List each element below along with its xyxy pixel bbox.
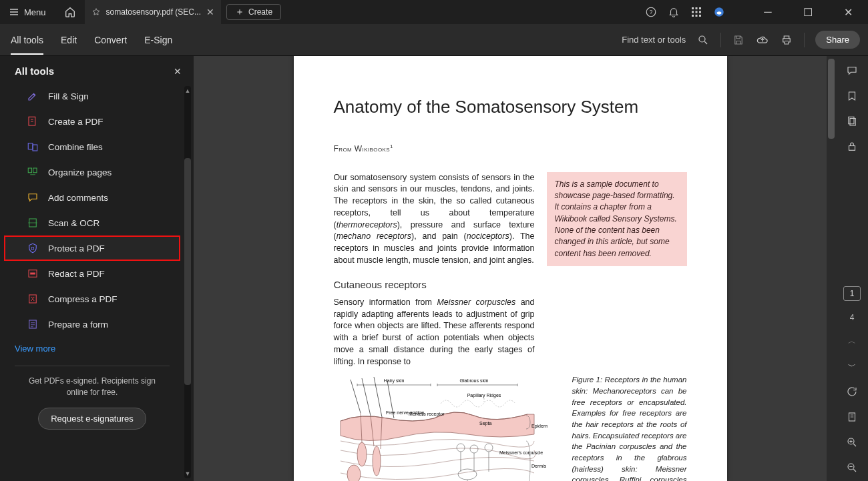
- rotate-icon[interactable]: [845, 385, 859, 398]
- label-hairy: Hairy skin: [383, 378, 404, 384]
- view-more-link[interactable]: View more: [0, 337, 184, 356]
- svg-point-36: [458, 469, 477, 480]
- tab-all-tools[interactable]: All tools: [11, 25, 43, 55]
- share-button[interactable]: Share: [815, 31, 860, 49]
- all-tools-panel: All tools ✕ Fill & SignCreate a PDFCombi…: [0, 56, 194, 481]
- main-scroll-thumb[interactable]: [828, 59, 835, 139]
- tool-item-combine[interactable]: Combine files: [4, 134, 180, 159]
- label-papillary: Papillary Ridges: [467, 393, 501, 398]
- tool-item-form[interactable]: Prepare a form: [4, 312, 180, 337]
- window-minimize-button[interactable]: ─: [753, 2, 783, 22]
- svg-point-32: [347, 465, 361, 481]
- sidebar-scrollbar[interactable]: ▲ ▼: [184, 86, 191, 478]
- sidebar-title: All tools: [15, 65, 54, 77]
- scroll-down-icon[interactable]: ▼: [184, 469, 191, 478]
- page-fit-icon[interactable]: [845, 410, 859, 424]
- create-pdf-icon: [27, 115, 39, 127]
- tool-item-create-pdf[interactable]: Create a PDF: [4, 109, 180, 134]
- pdf-page: Anatomy of the Somatosensory System From…: [294, 56, 727, 481]
- svg-rect-9: [696, 15, 698, 17]
- svg-point-31: [373, 446, 381, 476]
- svg-rect-37: [849, 117, 854, 124]
- tool-item-organize[interactable]: Organize pages: [4, 159, 180, 185]
- tool-item-label: Compress a PDF: [48, 294, 118, 304]
- zoom-in-icon[interactable]: [845, 436, 859, 449]
- paragraph-2: Sensory information from Meissner corpus…: [334, 297, 535, 368]
- total-pages: 4: [850, 313, 855, 322]
- comments-panel-icon[interactable]: [845, 64, 859, 77]
- window-maximize-button[interactable]: ☐: [793, 2, 823, 22]
- tool-item-label: Create a PDF: [48, 117, 103, 127]
- divider: [15, 366, 170, 366]
- tab-convert[interactable]: Convert: [94, 25, 127, 55]
- section-heading: Cutaneous receptors: [334, 278, 535, 292]
- tool-item-label: Scan & OCR: [48, 218, 99, 228]
- tool-item-redact[interactable]: Redact a PDF: [4, 261, 180, 286]
- tool-item-compress[interactable]: Compress a PDF: [4, 286, 180, 312]
- svg-rect-10: [699, 15, 701, 17]
- svg-rect-4: [699, 7, 701, 9]
- pages-panel-icon[interactable]: [845, 115, 859, 128]
- window-close-button[interactable]: ✕: [833, 2, 863, 22]
- scroll-up-icon[interactable]: ▲: [184, 86, 191, 95]
- organize-icon: [27, 166, 39, 178]
- lock-icon[interactable]: [845, 140, 859, 153]
- main-scrollbar[interactable]: [827, 56, 836, 481]
- profile-icon[interactable]: [713, 6, 725, 18]
- search-icon[interactable]: [696, 33, 710, 47]
- shield-icon: [27, 242, 39, 254]
- document-viewer[interactable]: Anatomy of the Somatosensory System From…: [194, 56, 827, 481]
- label-epidermis: Epidermis: [531, 424, 548, 429]
- tab-esign[interactable]: E-Sign: [144, 25, 172, 55]
- apps-grid-icon[interactable]: [690, 6, 702, 18]
- document-tab[interactable]: somatosensory.pdf (SEC... ✕: [85, 0, 222, 24]
- tab-close-button[interactable]: ✕: [206, 7, 214, 17]
- bookmarks-panel-icon[interactable]: [845, 89, 859, 103]
- tool-item-comment[interactable]: Add comments: [4, 185, 180, 210]
- find-text-label[interactable]: Find text or tools: [622, 35, 686, 45]
- tool-item-scan[interactable]: Scan & OCR: [4, 210, 180, 235]
- svg-rect-15: [33, 145, 37, 151]
- sidebar-close-button[interactable]: ✕: [174, 66, 182, 77]
- current-page-badge[interactable]: 1: [843, 286, 861, 301]
- comment-icon: [27, 191, 39, 203]
- home-button[interactable]: [55, 0, 85, 24]
- svg-rect-7: [699, 11, 701, 13]
- sidebar-scroll-thumb[interactable]: [184, 158, 191, 385]
- label-glabrous: Glabrous skin: [459, 378, 488, 383]
- star-icon: [91, 7, 101, 17]
- zoom-out-icon[interactable]: [845, 461, 859, 474]
- pen-icon: [27, 90, 39, 102]
- svg-point-35: [485, 444, 493, 452]
- svg-text:?: ?: [650, 9, 653, 15]
- combine-icon: [27, 141, 39, 153]
- plus-icon: ＋: [235, 6, 244, 18]
- svg-point-33: [457, 444, 465, 452]
- tool-item-label: Prepare a form: [48, 320, 108, 330]
- page-up-button[interactable]: ︿: [845, 334, 859, 348]
- request-esignatures-button[interactable]: Request e-signatures: [38, 408, 146, 430]
- label-septa: Septa: [479, 421, 491, 426]
- create-button[interactable]: ＋ Create: [226, 4, 281, 20]
- save-icon[interactable]: [732, 33, 745, 47]
- create-label: Create: [248, 7, 272, 17]
- page-down-button[interactable]: ﹀: [845, 360, 859, 373]
- svg-point-34: [470, 445, 478, 453]
- help-icon[interactable]: ?: [645, 6, 657, 18]
- svg-rect-16: [28, 168, 31, 173]
- paragraph-1: Our somatosensory system consists of sen…: [334, 172, 535, 267]
- tool-item-label: Add comments: [48, 193, 108, 203]
- tool-item-pen[interactable]: Fill & Sign: [4, 83, 180, 109]
- sidebar-note: This is a sample document to showcase pa…: [547, 172, 687, 267]
- bell-icon[interactable]: [668, 6, 680, 18]
- svg-rect-23: [29, 320, 37, 328]
- tool-item-shield[interactable]: Protect a PDF: [4, 235, 180, 261]
- tab-edit[interactable]: Edit: [61, 25, 77, 55]
- menu-button[interactable]: Menu: [0, 0, 55, 24]
- main-toolbar: All tools Edit Convert E-Sign Find text …: [0, 24, 868, 56]
- svg-rect-6: [696, 11, 698, 13]
- scan-icon: [27, 217, 39, 229]
- print-icon[interactable]: [780, 33, 793, 47]
- label-merkels: Merkel's receptor: [409, 412, 445, 417]
- cloud-upload-icon[interactable]: [756, 33, 769, 47]
